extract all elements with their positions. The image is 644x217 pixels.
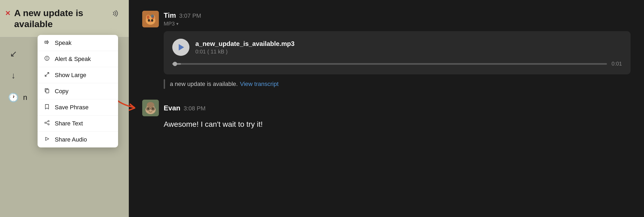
sender-name-tim: Tim xyxy=(164,11,176,20)
svg-point-11 xyxy=(147,15,149,19)
message-meta-top-tim: Tim 3:07 PM xyxy=(164,11,201,20)
menu-item-show-large[interactable]: Show Large xyxy=(38,67,118,83)
svg-point-16 xyxy=(151,15,154,18)
evan-message-text: Awesome! I can't wait to try it! xyxy=(164,120,631,129)
sender-name-evan: Evan xyxy=(164,104,180,112)
menu-show-large-label: Show Large xyxy=(55,72,86,79)
save-phrase-icon xyxy=(43,104,50,111)
audio-meta: 0:01 ( 11 kB ) xyxy=(195,49,295,55)
menu-item-speak[interactable]: Speak xyxy=(38,35,118,51)
message-type-row: MP3 ▾ xyxy=(164,21,201,27)
alert-speak-icon xyxy=(43,55,50,63)
progress-handle[interactable] xyxy=(173,62,177,66)
play-button[interactable] xyxy=(172,39,189,56)
message-time-evan: 3:08 PM xyxy=(184,105,206,112)
audio-card: a_new_update_is_available.mp3 0:01 ( 11 … xyxy=(164,31,631,74)
menu-copy-label: Copy xyxy=(55,88,68,95)
audio-progress-row: 0:01 xyxy=(172,61,622,67)
menu-item-alert-speak[interactable]: Alert & Speak xyxy=(38,51,118,67)
svg-rect-3 xyxy=(46,89,49,93)
menu-share-audio-label: Share Audio xyxy=(55,136,87,143)
audio-size-parens: ( xyxy=(207,49,209,55)
menu-share-text-label: Share Text xyxy=(55,120,83,127)
svg-point-13 xyxy=(148,19,150,22)
message-header-evan: Evan 3:08 PM xyxy=(142,100,631,116)
audio-size: 11 kB xyxy=(211,49,224,55)
notification-left: × A new update is available xyxy=(5,8,111,30)
audio-progress-bar[interactable] xyxy=(172,63,607,65)
context-menu: Speak Alert & Speak Show La xyxy=(38,35,118,147)
notification-title: A new update is available xyxy=(14,8,111,30)
menu-alert-speak-label: Alert & Speak xyxy=(55,56,91,63)
svg-point-24 xyxy=(147,108,149,110)
clock-icon: 🕐 xyxy=(8,92,19,103)
audio-current-time: 0:01 xyxy=(611,61,622,67)
message-meta-evan: Evan 3:08 PM xyxy=(164,104,206,112)
share-text-icon xyxy=(43,120,50,127)
audio-duration: 0:01 xyxy=(195,49,206,55)
sidebar-item-3-label: n xyxy=(23,93,27,102)
menu-item-share-audio[interactable]: Share Audio xyxy=(38,132,118,147)
left-panel: × A new update is available ↙ ↓ 🕐 n xyxy=(0,0,129,217)
svg-point-14 xyxy=(151,19,153,22)
audio-info: a_new_update_is_available.mp3 0:01 ( 11 … xyxy=(195,40,295,55)
share-audio-icon xyxy=(43,136,50,143)
svg-point-4 xyxy=(48,121,49,122)
type-chevron-icon[interactable]: ▾ xyxy=(176,21,178,26)
menu-item-share-text[interactable]: Share Text xyxy=(38,115,118,132)
menu-item-copy[interactable]: Copy xyxy=(38,83,118,99)
menu-item-save-phrase[interactable]: Save Phrase xyxy=(38,99,118,115)
avatar-tim xyxy=(142,11,159,27)
message-time-tim: 3:07 PM xyxy=(179,12,201,19)
svg-point-25 xyxy=(152,108,154,110)
speak-icon xyxy=(43,39,50,46)
arrow-down-left-icon: ↙ xyxy=(8,49,19,59)
menu-speak-label: Speak xyxy=(55,39,71,46)
message-meta-tim: Tim 3:07 PM MP3 ▾ xyxy=(164,11,201,27)
transcript-text: a new update is available. xyxy=(170,81,238,88)
message-header-tim: Tim 3:07 PM MP3 ▾ xyxy=(142,11,631,27)
play-icon xyxy=(179,44,184,50)
svg-point-20 xyxy=(147,102,154,108)
transcript-bar xyxy=(164,79,165,89)
transcript-row: a new update is available. View transcri… xyxy=(164,79,631,89)
audio-card-header: a_new_update_is_available.mp3 0:01 ( 11 … xyxy=(172,39,622,56)
copy-icon xyxy=(43,88,50,95)
right-panel: Tim 3:07 PM MP3 ▾ a_new_update_is_availa… xyxy=(129,0,644,217)
svg-point-5 xyxy=(45,122,46,124)
message-type-mp3: MP3 xyxy=(164,21,175,27)
menu-save-phrase-label: Save Phrase xyxy=(55,104,89,111)
view-transcript-link[interactable]: View transcript xyxy=(240,81,279,88)
svg-point-6 xyxy=(48,124,49,125)
svg-point-15 xyxy=(150,21,151,22)
message-block-tim: Tim 3:07 PM MP3 ▾ a_new_update_is_availa… xyxy=(142,11,631,89)
svg-rect-0 xyxy=(45,41,46,43)
notification-bar: × A new update is available xyxy=(0,0,129,37)
svg-point-2 xyxy=(47,59,47,60)
show-large-icon xyxy=(43,71,50,79)
sound-icon xyxy=(111,9,121,20)
message-block-evan: Evan 3:08 PM Awesome! I can't wait to tr… xyxy=(142,100,631,129)
audio-filename: a_new_update_is_available.mp3 xyxy=(195,40,295,48)
avatar-evan xyxy=(142,100,159,116)
message-meta-top-evan: Evan 3:08 PM xyxy=(164,104,206,112)
arrow-down-icon: ↓ xyxy=(8,71,19,81)
audio-size-close: ) xyxy=(226,49,228,55)
close-button[interactable]: × xyxy=(5,9,10,17)
